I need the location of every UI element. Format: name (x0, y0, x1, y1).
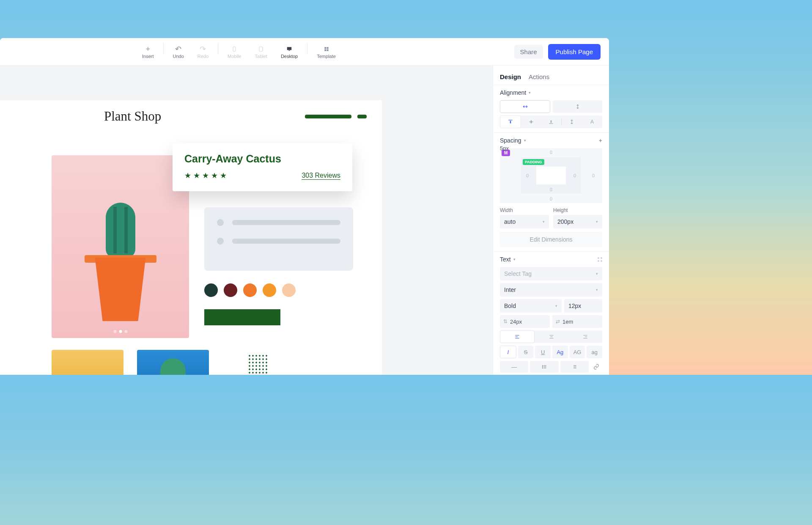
desktop-label: Desktop (281, 54, 298, 59)
carousel-dots[interactable] (113, 330, 127, 333)
nav-item-placeholder[interactable] (357, 115, 367, 118)
canvas[interactable]: Plant Shop (0, 66, 493, 375)
tablet-button[interactable]: Tablet (248, 43, 274, 60)
numbered-list-button[interactable] (560, 361, 589, 373)
product-name[interactable]: Carry-Away Cactus (184, 153, 340, 165)
swatch[interactable] (243, 283, 257, 297)
main-area: Plant Shop (0, 66, 609, 375)
dot[interactable] (124, 330, 127, 333)
padding-box[interactable]: PADDING 0 0 0 (521, 157, 581, 194)
cta-button-placeholder[interactable] (204, 309, 280, 325)
desktop-icon (286, 44, 292, 54)
align-top-button[interactable] (500, 115, 521, 128)
size-input[interactable]: 12px (564, 299, 602, 313)
link-button[interactable] (590, 361, 602, 373)
undo-label: Undo (173, 54, 184, 59)
lowercase-button[interactable]: ag (587, 346, 602, 358)
text-align-left[interactable] (500, 330, 535, 343)
product-card[interactable]: Carry-Away Cactus ★ ★ ★ ★ ★ 303 Reviews (173, 143, 352, 191)
section-header[interactable]: Text ▾ (500, 256, 602, 263)
swatch[interactable] (204, 283, 218, 297)
padding-bottom[interactable]: 0 (550, 187, 552, 192)
edit-dimensions-button[interactable]: Edit Dimensions (500, 232, 602, 247)
publish-button[interactable]: Publish Page (548, 44, 601, 60)
app-window: + Insert ↶ Undo ↷ Redo Mobile (0, 38, 609, 375)
margin-bottom[interactable]: 0 (550, 196, 552, 201)
strikethrough-button[interactable]: S (518, 346, 534, 358)
star-icon: ★ (202, 171, 209, 180)
align-baseline-button[interactable]: A (582, 115, 602, 128)
pot (89, 258, 152, 321)
svg-rect-3 (288, 50, 290, 51)
toolbar-tools: + Insert ↶ Undo ↷ Redo Mobile (135, 43, 343, 60)
align-bottom-button[interactable] (541, 115, 562, 128)
padding-right[interactable]: 0 (573, 173, 576, 178)
section-header[interactable]: Alignment ▾ (500, 89, 602, 96)
thumbnail[interactable] (52, 350, 123, 375)
margin-box[interactable]: M 0 0 0 5px PADDING 0 0 0 (500, 148, 602, 203)
svg-point-14 (542, 366, 543, 366)
padding-badge: PADDING (523, 159, 544, 165)
content-box (536, 167, 566, 184)
align-vertical-button[interactable] (553, 100, 602, 113)
swatch[interactable] (263, 283, 276, 297)
line-height-input[interactable]: ⇅24px (500, 315, 550, 328)
text-color-button[interactable]: Ag (552, 346, 568, 358)
dot[interactable] (113, 330, 116, 333)
uppercase-button[interactable]: AG (570, 346, 585, 358)
mobile-icon (231, 44, 237, 54)
chevron-down-icon: ▾ (596, 272, 598, 276)
svg-rect-8 (508, 120, 512, 120)
dot-active[interactable] (119, 330, 122, 333)
text-placeholder (232, 239, 340, 244)
italic-button[interactable]: I (500, 346, 516, 358)
tag-select[interactable]: Select Tag▾ (500, 267, 602, 280)
tag-placeholder: Select Tag (504, 270, 532, 277)
add-spacing-button[interactable]: + (599, 137, 602, 144)
nav-item-placeholder[interactable] (305, 115, 351, 118)
mobile-button[interactable]: Mobile (221, 43, 248, 60)
share-button[interactable]: Share (514, 45, 543, 59)
swatch[interactable] (224, 283, 237, 297)
thumbnail[interactable] (137, 350, 209, 375)
svg-rect-7 (326, 49, 328, 51)
canvas-page[interactable]: Plant Shop (0, 100, 382, 375)
weight-select[interactable]: Bold▾ (500, 299, 562, 313)
height-input[interactable]: 200px▾ (553, 215, 602, 228)
undo-button[interactable]: ↶ Undo (166, 43, 191, 60)
site-title[interactable]: Plant Shop (104, 109, 161, 124)
tab-design[interactable]: Design (500, 73, 521, 80)
align-middle-button[interactable] (521, 115, 541, 128)
align-horizontal-button[interactable] (500, 100, 550, 113)
template-button[interactable]: Template (310, 43, 343, 60)
section-header[interactable]: Spacing ▾ + (500, 137, 602, 144)
svg-rect-9 (510, 121, 511, 124)
redo-button[interactable]: ↷ Redo (191, 43, 215, 60)
box-model[interactable]: M 0 0 0 5px PADDING 0 0 0 (500, 148, 602, 203)
bullet-list-button[interactable] (530, 361, 558, 373)
description-placeholder[interactable] (204, 207, 353, 271)
product-image[interactable] (52, 155, 189, 338)
margin-right[interactable]: 0 (592, 173, 595, 178)
align-stretch-button[interactable] (562, 115, 582, 128)
padding-left[interactable]: 0 (526, 173, 529, 178)
reviews-link[interactable]: 303 Reviews (302, 172, 340, 180)
no-list-button[interactable]: — (500, 361, 528, 373)
plus-icon: + (146, 44, 151, 54)
swatch[interactable] (282, 283, 296, 297)
font-select[interactable]: Inter▾ (500, 283, 602, 297)
width-input[interactable]: auto▾ (500, 215, 549, 228)
chevron-down-icon: ▾ (529, 91, 531, 95)
letter-spacing-input[interactable]: ⇄1em (552, 315, 602, 328)
margin-left[interactable]: 5px (500, 145, 602, 151)
tab-actions[interactable]: Actions (529, 73, 549, 80)
cactus-illustration (106, 203, 135, 258)
drag-handle-icon[interactable] (598, 257, 602, 262)
text-align-row (500, 330, 602, 343)
text-align-center[interactable] (535, 330, 568, 343)
text-align-right[interactable] (568, 330, 602, 343)
desktop-button[interactable]: Desktop (274, 43, 304, 60)
underline-button[interactable]: U (535, 346, 551, 358)
thumbnail[interactable] (222, 350, 294, 375)
insert-button[interactable]: + Insert (135, 43, 161, 60)
